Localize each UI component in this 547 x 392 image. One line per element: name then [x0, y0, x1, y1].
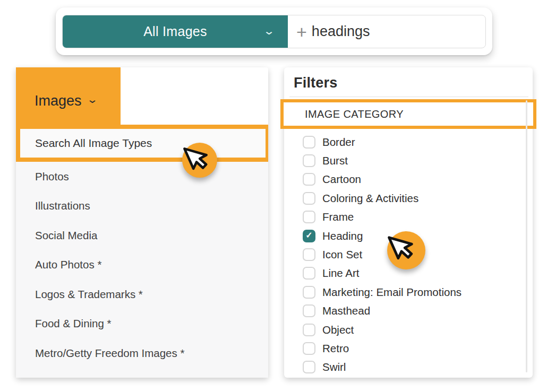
menu-item-food-dining[interactable]: Food & Dining * [16, 309, 268, 339]
search-query-text: headings [312, 23, 370, 40]
scrollbar[interactable] [526, 100, 527, 372]
images-menu-panel: Images ⌄ Search All Image Types Photos I… [16, 67, 268, 378]
plus-icon: + [296, 23, 307, 41]
image-type-dropdown[interactable]: All Images ⌄ [63, 15, 288, 48]
images-menu-list: Photos Illustrations Social Media Auto P… [16, 162, 268, 378]
image-category-label: IMAGE CATEGORY [284, 108, 404, 120]
category-label: Marketing: Email Promotions [322, 286, 461, 299]
category-row-coloring-activities[interactable]: ✓ Coloring & Activities [303, 189, 515, 207]
images-menu-tab[interactable]: Images ⌄ [16, 67, 121, 125]
checkbox[interactable]: ✓ [303, 173, 315, 186]
menu-item-illustrations[interactable]: Illustrations [16, 191, 268, 221]
search-input[interactable]: + headings [288, 15, 485, 48]
category-label: Masthead [322, 304, 370, 317]
category-label: Retro [322, 342, 349, 355]
chevron-down-icon: ⌄ [86, 93, 98, 106]
image-type-dropdown-label: All Images [143, 24, 207, 39]
checkbox[interactable]: ✓ [303, 248, 315, 261]
category-row-cartoon[interactable]: ✓ Cartoon [303, 170, 515, 189]
filters-panel: Filters IMAGE CATEGORY ✓ Border ✓ Burst … [284, 67, 533, 378]
divider [289, 97, 528, 97]
category-label: Swirl [322, 361, 346, 373]
category-label: Coloring & Activities [322, 192, 418, 205]
category-label: Icon Set [322, 248, 362, 261]
checkbox[interactable]: ✓ [303, 361, 315, 373]
category-label: Border [322, 136, 355, 149]
category-label: Line Art [322, 267, 360, 280]
checkbox[interactable]: ✓ [303, 304, 315, 317]
menu-item-search-all-image-types[interactable]: Search All Image Types [20, 129, 266, 158]
category-row-border[interactable]: ✓ Border [303, 133, 515, 151]
checkbox[interactable]: ✓ [303, 342, 315, 355]
checkbox[interactable]: ✓ [303, 154, 315, 167]
image-category-section-header: IMAGE CATEGORY [280, 99, 536, 129]
menu-item-social-media[interactable]: Social Media [16, 221, 268, 250]
menu-item-label: Search All Image Types [35, 137, 152, 150]
category-row-object[interactable]: ✓ Object [303, 320, 515, 339]
category-label: Heading [322, 230, 363, 242]
category-label: Frame [322, 211, 354, 223]
checkbox[interactable]: ✓ [303, 286, 315, 299]
menu-item-metro-getty[interactable]: Metro/Getty Freedom Images * [16, 338, 268, 368]
category-row-burst[interactable]: ✓ Burst [303, 151, 515, 170]
category-row-retro[interactable]: ✓ Retro [303, 339, 515, 358]
images-menu-tab-label: Images [35, 93, 82, 109]
search-bar: All Images ⌄ + headings [56, 7, 492, 55]
checkbox[interactable]: ✓ [303, 192, 315, 205]
category-label: Cartoon [322, 173, 361, 186]
search-input-group: All Images ⌄ + headings [62, 15, 486, 48]
category-row-masthead[interactable]: ✓ Masthead [303, 302, 515, 320]
category-label: Burst [322, 154, 348, 167]
category-label: Object [322, 324, 354, 336]
category-row-marketing-email-promotions[interactable]: ✓ Marketing: Email Promotions [303, 283, 515, 301]
category-row-frame[interactable]: ✓ Frame [303, 208, 515, 227]
category-row-swirl[interactable]: ✓ Swirl [303, 358, 515, 377]
checkbox[interactable]: ✓ [303, 211, 315, 223]
checkbox[interactable]: ✓ [303, 324, 315, 336]
chevron-down-icon: ⌄ [263, 24, 275, 37]
filters-title: Filters [294, 75, 337, 91]
checkmark-icon: ✓ [305, 231, 312, 240]
menu-item-photos[interactable]: Photos [16, 162, 268, 191]
checkbox[interactable]: ✓ [303, 267, 315, 280]
checkbox-checked[interactable]: ✓ [303, 230, 315, 242]
menu-item-logos-trademarks[interactable]: Logos & Trademarks * [16, 280, 268, 309]
checkbox[interactable]: ✓ [303, 136, 315, 149]
menu-item-auto-photos[interactable]: Auto Photos * [16, 250, 268, 280]
